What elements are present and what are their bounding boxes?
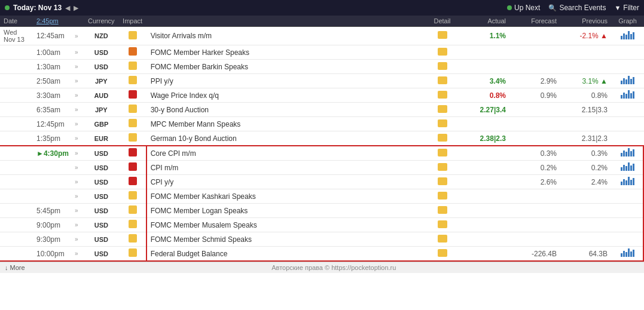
previous-cell [560, 45, 611, 60]
folder-icon[interactable] [438, 76, 447, 84]
folder-icon[interactable] [438, 149, 447, 156]
top-bar-right: Up Next 🔍 Search Events ▼ Filter [507, 4, 639, 12]
detail-cell[interactable] [426, 103, 459, 117]
table-row: »USDCPI y/y2.6%2.4% [0, 175, 644, 189]
folder-icon[interactable] [438, 163, 447, 171]
currency-cell: USD [84, 247, 118, 262]
detail-cell[interactable] [426, 175, 459, 189]
detail-cell[interactable] [426, 45, 459, 60]
graph-cell[interactable] [611, 218, 644, 232]
folder-icon[interactable] [438, 220, 447, 228]
graph-cell[interactable] [611, 103, 644, 117]
graph-cell[interactable] [611, 146, 644, 161]
graph-cell[interactable] [611, 232, 644, 247]
detail-cell[interactable] [426, 161, 459, 175]
graph-cell[interactable] [611, 247, 644, 262]
impact-flag [129, 90, 137, 99]
detail-cell[interactable] [426, 88, 459, 103]
detail-cell[interactable] [426, 218, 459, 232]
event-name-cell: FOMC Member Schmid Speaks [147, 232, 426, 247]
detail-cell[interactable] [426, 60, 459, 74]
detail-cell[interactable] [426, 27, 459, 45]
actual-cell [459, 218, 509, 232]
graph-cell[interactable] [611, 175, 644, 189]
graph-cell[interactable] [611, 204, 644, 218]
impact-cell [118, 27, 147, 45]
event-name-cell: MPC Member Mann Speaks [147, 117, 426, 131]
more-link[interactable]: ↓ More [5, 264, 25, 271]
green-dot [5, 5, 10, 10]
time-cell: 1:30am [33, 60, 74, 74]
impact-flag [129, 234, 137, 243]
events-table: Date 2:45pm Currency Impact Detail Actua… [0, 16, 644, 262]
detail-cell[interactable] [426, 204, 459, 218]
graph-cell[interactable] [611, 117, 644, 131]
folder-icon[interactable] [438, 62, 447, 70]
previous-cell: 2.31|2.3 [560, 131, 611, 146]
folder-icon[interactable] [438, 206, 447, 214]
col-forecast-header: Forecast [509, 16, 560, 27]
currency-cell: USD [84, 161, 118, 175]
column-headers: Date 2:45pm Currency Impact Detail Actua… [0, 16, 644, 27]
date-cell [0, 161, 33, 175]
search-events-button[interactable]: 🔍 Search Events [548, 4, 606, 12]
forecast-cell: 2.9% [509, 74, 560, 88]
folder-icon[interactable] [438, 91, 447, 99]
speaker-cell: » [74, 218, 84, 232]
speaker-cell: » [74, 88, 84, 103]
graph-bars-icon [621, 148, 634, 156]
detail-cell[interactable] [426, 117, 459, 131]
filter-button[interactable]: ▼ Filter [614, 4, 639, 12]
detail-cell[interactable] [426, 131, 459, 146]
detail-cell[interactable] [426, 74, 459, 88]
folder-icon[interactable] [438, 119, 447, 127]
actual-cell [459, 232, 509, 247]
impact-flag [129, 205, 137, 214]
folder-icon[interactable] [438, 192, 447, 199]
next-arrow[interactable]: ▶ [74, 4, 78, 12]
graph-cell[interactable] [611, 161, 644, 175]
folder-icon[interactable] [438, 235, 447, 243]
col-time-header[interactable]: 2:45pm [33, 16, 74, 27]
folder-icon[interactable] [438, 105, 447, 113]
speaker-cell: » [74, 204, 84, 218]
date-cell [0, 232, 33, 247]
today-label: Today: Nov 13 [13, 4, 62, 12]
forecast-cell [509, 232, 560, 247]
graph-cell[interactable] [611, 45, 644, 60]
graph-cell[interactable] [611, 60, 644, 74]
event-name-cell: Visitor Arrivals m/m [147, 27, 426, 45]
date-cell [0, 175, 33, 189]
detail-cell[interactable] [426, 189, 459, 204]
detail-cell[interactable] [426, 247, 459, 262]
folder-icon[interactable] [438, 134, 447, 142]
table-row: 1:30am»USDFOMC Member Barkin Speaks [0, 60, 644, 74]
graph-cell[interactable] [611, 131, 644, 146]
currency-cell: AUD [84, 88, 118, 103]
impact-cell [118, 218, 147, 232]
detail-cell[interactable] [426, 146, 459, 161]
graph-cell[interactable] [611, 27, 644, 45]
folder-icon[interactable] [438, 48, 447, 56]
forecast-cell: -226.4B [509, 247, 560, 262]
bottom-bar: ↓ More Авторские права © https://pocketo… [0, 262, 644, 273]
graph-cell[interactable] [611, 74, 644, 88]
folder-icon[interactable] [438, 177, 447, 185]
prev-arrow[interactable]: ◀ [65, 4, 70, 12]
col-actual-header: Actual [459, 16, 509, 27]
col-date-header: Date [0, 16, 33, 27]
graph-cell[interactable] [611, 88, 644, 103]
folder-icon[interactable] [438, 249, 447, 257]
previous-cell: 3.1% ▲ [560, 74, 611, 88]
event-name-cell: FOMC Member Barkin Speaks [147, 60, 426, 74]
event-name-cell: Federal Budget Balance [147, 247, 426, 262]
time-cell: 5:45pm [33, 204, 74, 218]
graph-cell[interactable] [611, 189, 644, 204]
forecast-cell [509, 60, 560, 74]
speaker-cell: » [74, 45, 84, 60]
speaker-cell: » [74, 117, 84, 131]
detail-cell[interactable] [426, 232, 459, 247]
forecast-cell [509, 103, 560, 117]
folder-icon[interactable] [438, 31, 447, 39]
up-next-button[interactable]: Up Next [507, 4, 540, 12]
